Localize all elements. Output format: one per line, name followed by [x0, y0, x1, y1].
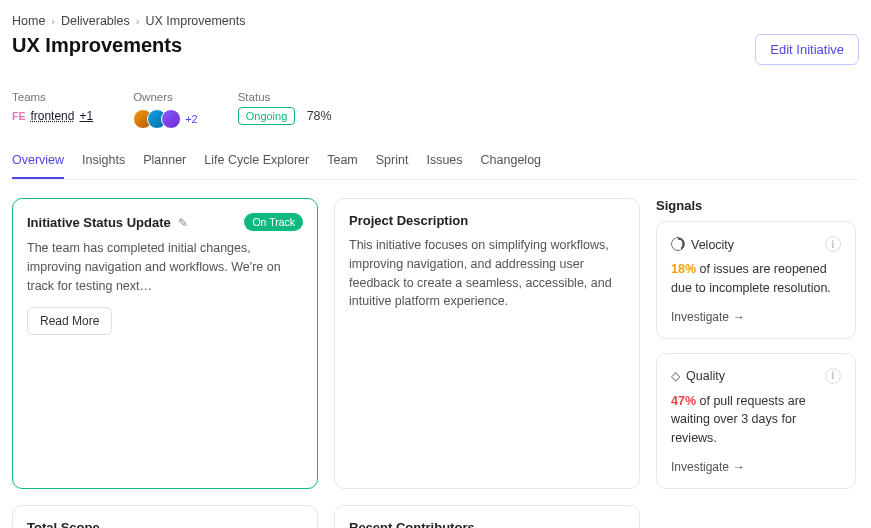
contributors-title: Recent Contributors	[349, 520, 503, 528]
info-icon[interactable]: i	[825, 236, 841, 252]
meta-row: Teams FE frontend +1 Owners +2 Status On…	[12, 91, 859, 129]
read-more-button[interactable]: Read More	[27, 307, 112, 335]
owners-block: Owners +2	[133, 91, 198, 129]
arrow-right-icon: →	[733, 310, 745, 324]
total-scope-card: Total Scope Completion 40/48 Scope Chang…	[12, 505, 318, 528]
velocity-icon: Velocity	[671, 237, 734, 252]
project-description-title: Project Description	[349, 213, 625, 228]
quality-value: 47%	[671, 394, 696, 408]
tab-insights[interactable]: Insights	[82, 153, 125, 179]
contributors-card: Recent Contributors Based on last 4 week…	[334, 505, 640, 528]
info-icon[interactable]: i	[825, 368, 841, 384]
team-chip[interactable]: FE frontend +1	[12, 109, 93, 123]
avatar[interactable]	[161, 109, 181, 129]
velocity-text: 18% of issues are reopened due to incomp…	[671, 260, 841, 298]
arrow-right-icon: →	[733, 460, 745, 474]
signals-section: Signals Velocity i 18% of issues are reo…	[656, 198, 856, 339]
quality-text: 47% of pull requests are waiting over 3 …	[671, 392, 841, 448]
teams-label: Teams	[12, 91, 93, 103]
status-badge: Ongoing	[238, 107, 296, 125]
crumb-deliverables[interactable]: Deliverables	[61, 14, 130, 28]
team-code: FE	[12, 110, 25, 122]
owners-label: Owners	[133, 91, 198, 103]
project-description-body: This initiative focuses on simplifying w…	[349, 236, 625, 311]
velocity-value: 18%	[671, 262, 696, 276]
owners-more[interactable]: +2	[185, 113, 198, 125]
status-label: Status	[238, 91, 332, 103]
tab-team[interactable]: Team	[327, 153, 358, 179]
total-scope-title: Total Scope	[27, 520, 303, 528]
edit-initiative-button[interactable]: Edit Initiative	[755, 34, 859, 65]
chevron-right-icon: ›	[136, 15, 140, 27]
owners-avatars[interactable]: +2	[133, 109, 198, 129]
on-track-badge: On Track	[244, 213, 303, 231]
crumb-current: UX Improvements	[145, 14, 245, 28]
status-update-body: The team has completed initial changes, …	[27, 239, 303, 295]
tab-changelog[interactable]: Changelog	[481, 153, 541, 179]
team-more[interactable]: +1	[79, 109, 93, 123]
investigate-quality-link[interactable]: Investigate→	[671, 460, 745, 474]
quality-icon: Quality	[671, 369, 725, 383]
tab-issues[interactable]: Issues	[426, 153, 462, 179]
status-update-title: Initiative Status Update	[27, 215, 171, 230]
teams-block: Teams FE frontend +1	[12, 91, 93, 129]
status-update-card: Initiative Status Update ✎ On Track The …	[12, 198, 318, 489]
tab-lifecycle[interactable]: Life Cycle Explorer	[204, 153, 309, 179]
signals-title: Signals	[656, 198, 856, 213]
breadcrumb: Home › Deliverables › UX Improvements	[12, 14, 859, 28]
project-description-card: Project Description This initiative focu…	[334, 198, 640, 489]
tabs: Overview Insights Planner Life Cycle Exp…	[12, 153, 859, 180]
team-name: frontend	[30, 109, 74, 123]
tab-overview[interactable]: Overview	[12, 153, 64, 179]
page-title: UX Improvements	[12, 34, 182, 57]
signal-quality-card: Quality i 47% of pull requests are waiti…	[656, 353, 856, 489]
status-percent: 78%	[307, 109, 332, 123]
velocity-label: Velocity	[691, 238, 734, 252]
status-block: Status Ongoing 78%	[238, 91, 332, 129]
tab-planner[interactable]: Planner	[143, 153, 186, 179]
chevron-right-icon: ›	[51, 15, 55, 27]
signal-velocity-card: Velocity i 18% of issues are reopened du…	[656, 221, 856, 339]
edit-icon[interactable]: ✎	[178, 216, 188, 230]
investigate-velocity-link[interactable]: Investigate→	[671, 310, 745, 324]
tab-sprint[interactable]: Sprint	[376, 153, 409, 179]
crumb-home[interactable]: Home	[12, 14, 45, 28]
quality-label: Quality	[686, 369, 725, 383]
